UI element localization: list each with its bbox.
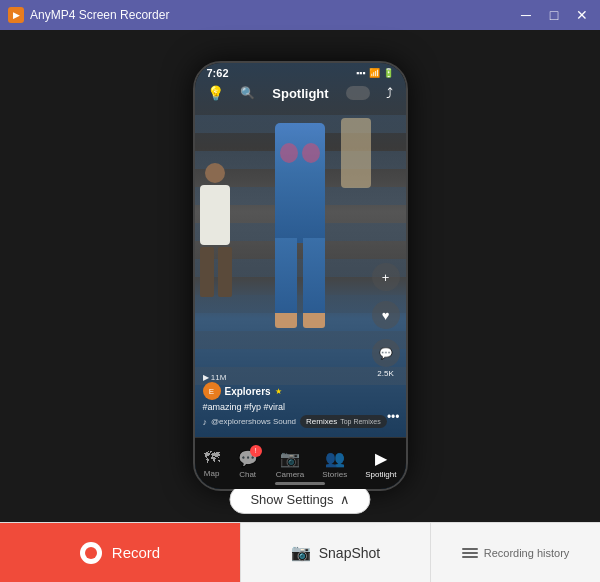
show-settings-container: Show Settings ∧ — [229, 485, 370, 514]
map-icon: 🗺 — [204, 449, 220, 467]
record-label: Record — [112, 544, 160, 561]
nav-map[interactable]: 🗺 Map — [204, 449, 220, 478]
phone-status-bar: 7:62 ▪▪▪ 📶 🔋 — [195, 63, 406, 83]
channel-name: Explorers — [225, 386, 271, 397]
main-area: 7:62 ▪▪▪ 📶 🔋 💡 🔍 Spotlight ⤴ — [0, 30, 600, 522]
like-button[interactable]: ♥ — [372, 301, 400, 329]
tiktok-header: 💡 🔍 Spotlight ⤴ — [195, 81, 406, 105]
app-title: AnyMP4 Screen Recorder — [30, 8, 169, 22]
battery-icon: 🔋 — [383, 68, 394, 78]
status-icons: ▪▪▪ 📶 🔋 — [356, 68, 394, 78]
sound-info: @explorershows Sound — [211, 417, 296, 426]
window-controls: ─ □ ✕ — [516, 5, 592, 25]
record-button[interactable]: Record — [0, 523, 240, 582]
nav-spotlight-label: Spotlight — [365, 470, 396, 479]
spotlight-icon: ▶ — [375, 449, 387, 468]
nav-spotlight[interactable]: ▶ Spotlight — [365, 449, 396, 479]
status-time: 7:62 — [207, 67, 229, 79]
recording-history-button[interactable]: Recording history — [430, 523, 600, 582]
nav-chat[interactable]: 💬 ! Chat — [238, 449, 258, 479]
toggle-switch[interactable] — [346, 86, 370, 100]
nav-chat-label: Chat — [239, 470, 256, 479]
maximize-button[interactable]: □ — [544, 5, 564, 25]
chat-badge: ! — [250, 445, 262, 457]
header-title: Spotlight — [272, 86, 328, 101]
nav-camera-label: Camera — [276, 470, 304, 479]
phone-preview: 7:62 ▪▪▪ 📶 🔋 💡 🔍 Spotlight ⤴ — [193, 61, 408, 491]
nav-stories[interactable]: 👥 Stories — [322, 449, 347, 479]
history-label: Recording history — [484, 547, 570, 559]
home-indicator — [275, 482, 325, 485]
record-dot — [85, 547, 97, 559]
camera-snap-icon: 📷 — [291, 543, 311, 562]
remixes-label: Remixes — [306, 417, 337, 426]
channel-info: E Explorers ★ — [203, 382, 398, 400]
signal-icon: ▪▪▪ — [356, 68, 366, 78]
title-bar: ▶ AnyMP4 Screen Recorder ─ □ ✕ — [0, 0, 600, 30]
figure-jeans — [260, 123, 340, 343]
show-settings-label: Show Settings — [250, 492, 333, 507]
nav-camera[interactable]: 📷 Camera — [276, 449, 304, 479]
snapshot-label: SnapShot — [319, 545, 381, 561]
history-lines-icon — [462, 548, 478, 558]
video-tags: #amazing #fyp #viral — [203, 402, 398, 412]
share-icon[interactable]: ⤴ — [386, 85, 393, 101]
wifi-icon: 📶 — [369, 68, 380, 78]
chat-badge-container: 💬 ! — [238, 449, 258, 468]
close-button[interactable]: ✕ — [572, 5, 592, 25]
stories-icon: 👥 — [325, 449, 345, 468]
minimize-button[interactable]: ─ — [516, 5, 536, 25]
views-count: ▶ 11M — [203, 373, 398, 382]
channel-avatar: E — [203, 382, 221, 400]
bottom-overlay: ▶ 11M E Explorers ★ #amazing #fyp #viral… — [195, 367, 406, 434]
snapshot-button[interactable]: 📷 SnapShot — [240, 523, 430, 582]
follow-button[interactable]: + — [372, 263, 400, 291]
verified-icon: ★ — [275, 387, 282, 396]
nav-stories-label: Stories — [322, 470, 347, 479]
hanging-item — [341, 118, 371, 188]
record-icon — [80, 542, 102, 564]
bottom-toolbar: Record 📷 SnapShot Recording history — [0, 522, 600, 582]
side-actions: + ♥ 💬 2.5K — [372, 263, 400, 378]
camera-icon: 📷 — [280, 449, 300, 468]
search-icon[interactable]: 🔍 — [240, 86, 255, 100]
top-remixes-label: Top Remixes — [340, 418, 380, 425]
person-figure — [200, 163, 250, 293]
show-settings-button[interactable]: Show Settings ∧ — [229, 485, 370, 514]
sound-row: ♪ @explorershows Sound Remixes Top Remix… — [203, 415, 398, 428]
app-icon: ▶ — [8, 7, 24, 23]
show-settings-chevron: ∧ — [340, 492, 350, 507]
remixes-pill[interactable]: Remixes Top Remixes — [300, 415, 387, 428]
nav-map-label: Map — [204, 469, 220, 478]
lamp-icon: 💡 — [207, 85, 224, 101]
